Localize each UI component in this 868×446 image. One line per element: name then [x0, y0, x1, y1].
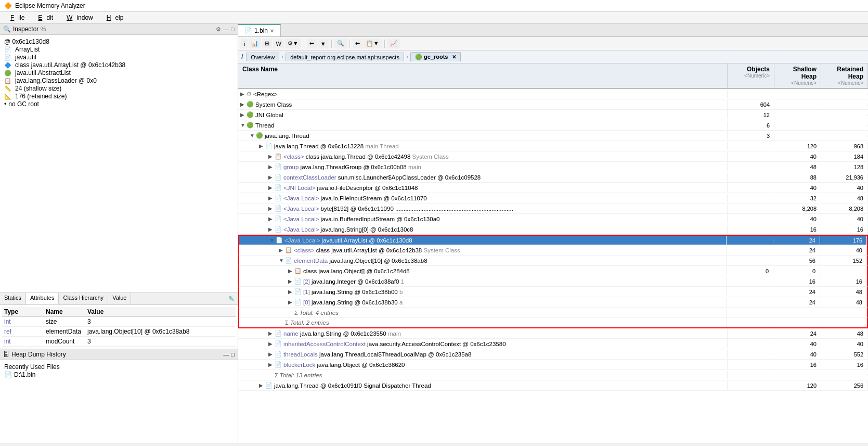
heap-history-maximize[interactable]: □ [231, 351, 235, 358]
table-row[interactable]: ▼📄<Java Local> java.util.ArrayList @ 0x6… [238, 235, 868, 245]
toolbar-settings-btn[interactable]: ⚙▼ [285, 39, 301, 48]
toolbar-stats-btn[interactable]: 📈 [387, 39, 400, 48]
expand-icon[interactable]: ▶ [268, 154, 274, 159]
expand-icon[interactable]: ▶ [268, 330, 274, 336]
expand-icon[interactable]: ▶ [268, 226, 274, 232]
table-row[interactable]: ▶📄java.lang.Thread @ 0x6c1c13228 main Th… [238, 141, 868, 151]
expand-icon[interactable]: ▼ [250, 133, 255, 138]
editor-tab-1bin[interactable]: 📄 1.bin ✕ [238, 24, 281, 36]
table-row[interactable]: ΣTotal: 2 entries [238, 318, 868, 328]
table-row[interactable]: ▶📄[1] java.lang.String @ 0x6c1c38b00 b24… [238, 287, 868, 297]
inspector-maximize-icon[interactable]: □ [231, 26, 235, 33]
toolbar-w-btn[interactable]: W [273, 39, 283, 48]
table-row[interactable]: ▶📋<class> class java.util.ArrayList @ 0x… [238, 245, 868, 256]
expand-icon[interactable]: ▶ [240, 112, 245, 118]
table-row[interactable]: ▶📄group java.lang.ThreadGroup @ 0x6c1c00… [238, 162, 868, 172]
gc-roots-icon: 🟢 [415, 54, 422, 60]
menu-window[interactable]: Window [58, 13, 97, 22]
expand-icon[interactable]: ▶ [268, 185, 274, 190]
expand-icon[interactable]: ▼ [279, 258, 284, 263]
table-row[interactable]: ▶📄blockerLock java.lang.Object @ 0x6c1c3… [238, 360, 868, 370]
table-row[interactable]: ▶📄<Java Local> java.lang.String[0] @ 0x6… [238, 224, 868, 235]
inspector-settings-icon[interactable]: ⚙ [216, 26, 221, 33]
expand-icon[interactable]: ▶ [279, 247, 284, 253]
menu-edit[interactable]: Edit [30, 13, 57, 22]
table-row[interactable]: ▶📄<Java Local> java.io.FileInputStream @… [238, 193, 868, 203]
table-row[interactable]: ▶⚙<Regex> [238, 89, 868, 99]
table-row[interactable]: ▶📄inheritedAccessControlContext java.sec… [238, 339, 868, 349]
table-row[interactable]: ▶🟢System Class604 [238, 99, 868, 110]
table-row[interactable]: ▶📄<JNI Local> java.io.FileDescriptor @ 0… [238, 183, 868, 193]
table-row[interactable]: ▶🟢JNI Global12 [238, 110, 868, 120]
toolbar-grid-btn[interactable]: ⊞ [262, 39, 272, 48]
table-row[interactable]: ▶📄threadLocals java.lang.ThreadLocal$Thr… [238, 349, 868, 360]
tab-class-hierarchy[interactable]: Class Hierarchy [59, 293, 108, 304]
row-objects [727, 260, 773, 262]
expand-icon[interactable]: ▶ [240, 101, 245, 107]
menu-file[interactable]: File [2, 13, 29, 22]
expand-icon[interactable]: ▶ [259, 143, 264, 149]
table-row[interactable]: ▼📄elementData java.lang.Object[10] @ 0x6… [238, 256, 868, 266]
toolbar-export2-btn[interactable]: 📋▼ [364, 39, 382, 48]
tab-value[interactable]: Value [108, 293, 131, 304]
table-row[interactable]: ΣTotal: 4 entries [238, 308, 868, 318]
heap-history-minimize[interactable]: — [223, 351, 229, 358]
toolbar-chart-btn[interactable]: 📊 [249, 39, 261, 48]
nav-tab-gcroots[interactable]: 🟢 gc_roots ✕ [410, 52, 461, 61]
row-text: java.lang.Thread @ 0x6c1c13228 main Thre… [274, 143, 399, 149]
table-row[interactable]: ▼🟢java.lang.Thread3 [238, 131, 868, 141]
toolbar-export-btn[interactable]: ⬅ [353, 39, 362, 48]
expand-icon[interactable]: ▶ [268, 216, 274, 222]
expand-icon[interactable]: ▶ [259, 383, 264, 388]
expand-icon[interactable]: ▶ [240, 91, 245, 97]
expand-icon[interactable]: ▶ [288, 278, 293, 284]
row-name-cell: ▶📄<Java Local> java.io.FileInputStream @… [238, 194, 728, 202]
header-class-name: Class Name [238, 63, 728, 88]
expand-icon[interactable]: ▶ [268, 195, 274, 201]
inspector-minimize-icon[interactable]: — [223, 26, 229, 33]
toolbar-search-btn[interactable]: 🔍 [334, 39, 347, 48]
header-objects: Objects <Numeric> [728, 63, 774, 88]
expand-icon[interactable]: ▶ [288, 299, 293, 305]
expand-icon[interactable]: ▶ [268, 341, 274, 347]
row-shallow: 40 [774, 184, 821, 192]
attr-col-type: Type [4, 308, 46, 315]
nav-tab-gcroots-close[interactable]: ✕ [452, 54, 456, 60]
table-row[interactable]: ▶📄<Java Local> byte[8192] @ 0x6c1c11090 … [238, 203, 868, 214]
expand-icon[interactable]: ▶ [268, 206, 274, 211]
row-objects [727, 239, 773, 241]
nav-tab-suspects[interactable]: default_report org.eclipse.mat.api:suspe… [286, 53, 404, 61]
table-row[interactable]: ▶📋class java.lang.Object[] @ 0x6c1c284d8… [238, 266, 868, 276]
editor-tab-close[interactable]: ✕ [270, 28, 274, 34]
table-row[interactable]: ▼🟢Thread6 [238, 120, 868, 131]
table-row[interactable]: ▶📄[0] java.lang.String @ 0x6c1c38b30 a24… [238, 297, 868, 308]
expand-icon[interactable]: ▶ [288, 268, 293, 274]
tab-action-icon[interactable]: ✎ [225, 293, 238, 304]
table-row[interactable]: ▶📄<Java Local> java.io.BufferedInputStre… [238, 214, 868, 224]
expand-icon[interactable]: ▶ [268, 362, 274, 367]
table-row[interactable]: ▶📄name java.lang.String @ 0x6c1c23550 ma… [238, 328, 868, 339]
row-text: Total: 13 entries [280, 372, 322, 378]
toolbar-back-dd-btn[interactable]: ▼ [318, 39, 329, 48]
heap-file-item[interactable]: 📄 D:\1.bin [4, 371, 234, 378]
expand-icon[interactable]: ▼ [240, 122, 245, 128]
table-row[interactable]: ΣTotal: 13 entries [238, 370, 868, 380]
expand-icon[interactable]: ▼ [269, 237, 275, 243]
table-row[interactable]: ▶📄[2] java.lang.Integer @ 0x6c1c38af0 11… [238, 276, 868, 287]
table-row[interactable]: ▶📄contextClassLoader sun.misc.Launcher$A… [238, 172, 868, 183]
expand-icon[interactable]: ▶ [268, 351, 274, 357]
tab-attributes[interactable]: Attributes [26, 293, 59, 304]
nav-tab-overview[interactable]: Overview [246, 53, 279, 61]
toolbar-back-btn[interactable]: ⬅ [307, 39, 317, 48]
table-row[interactable]: ▶📄java.lang.Thread @ 0x6c1c091f0 Signal … [238, 380, 868, 391]
expand-icon[interactable]: ▶ [288, 289, 293, 295]
expand-icon[interactable]: ▶ [268, 164, 274, 170]
expand-icon[interactable]: ▶ [268, 174, 274, 180]
inspector-retained: 📐 176 (retained size) [4, 93, 234, 100]
tab-statics[interactable]: Statics [0, 293, 26, 304]
heap-history-content: Recently Used Files 📄 D:\1.bin [0, 360, 238, 383]
menu-help[interactable]: Help [98, 13, 128, 22]
toolbar-info-btn[interactable]: i [241, 39, 248, 48]
table-row[interactable]: ▶📋<class> class java.lang.Thread @ 0x6c1… [238, 151, 868, 162]
retained-icon: 📐 [4, 93, 11, 100]
